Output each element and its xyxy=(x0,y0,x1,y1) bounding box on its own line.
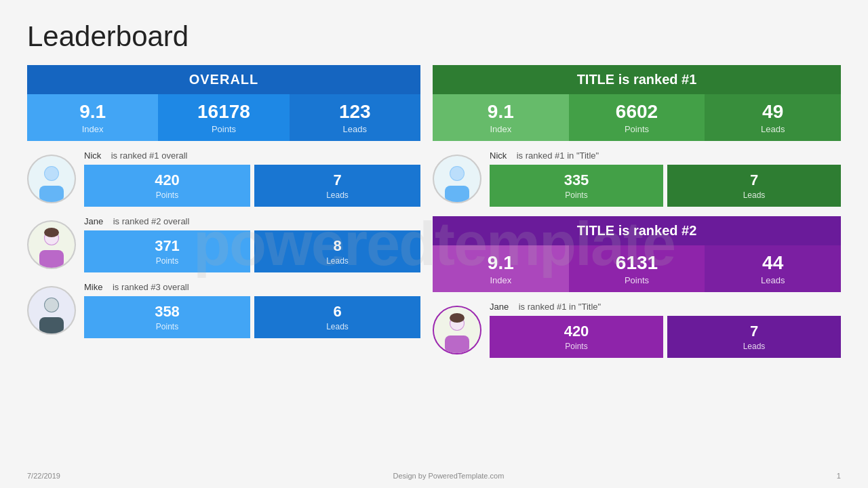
t2-points-label: Points xyxy=(625,275,649,285)
t1-index-value: 9.1 xyxy=(488,101,514,123)
person-row-t1-nick: Nick is ranked #1 in "Title" 335 Points … xyxy=(433,150,841,207)
person-info-mike: Mike is ranked #3 overall 358 Points 6 L… xyxy=(84,282,420,338)
nick-leads-box: 7 Leads xyxy=(254,165,420,207)
t2-points-box: 6131 Points xyxy=(569,245,705,292)
person-name-nick: Nick xyxy=(84,150,101,161)
t2-index-box: 9.1 Index xyxy=(433,245,569,292)
svg-point-3 xyxy=(45,167,58,180)
t2-jane-points-label: Points xyxy=(565,342,587,351)
jane-leads-label: Leads xyxy=(326,256,349,266)
person-row-mike: Mike is ranked #3 overall 358 Points 6 L… xyxy=(27,282,420,338)
svg-rect-4 xyxy=(39,186,64,202)
green-section: TITLE is ranked #1 9.1 Index 6602 Points… xyxy=(433,65,841,207)
t1-person-rank: is ranked #1 in "Title" xyxy=(517,150,599,161)
t1-index-box: 9.1 Index xyxy=(433,94,569,141)
svg-point-14 xyxy=(45,298,58,312)
jane-points-value: 371 xyxy=(155,237,180,255)
overall-points-value: 16178 xyxy=(197,101,250,123)
t1-person-name: Nick xyxy=(490,150,507,161)
t1-leads-box: 49 Leads xyxy=(705,94,841,141)
page-title: Leaderboard xyxy=(27,20,841,53)
overall-leads-value: 123 xyxy=(339,101,371,123)
person-name-row-mike: Mike is ranked #3 overall xyxy=(84,282,420,292)
footer-credit: Design by PoweredTemplate.com xyxy=(393,472,504,480)
t1-nick-leads-value: 7 xyxy=(750,171,758,189)
overall-points-box: 16178 Points xyxy=(158,94,289,141)
nick-leads-value: 7 xyxy=(333,171,341,189)
t1-nick-points-box: 335 Points xyxy=(490,165,663,207)
t2-jane-leads-label: Leads xyxy=(743,342,766,351)
avatar-t1-nick xyxy=(433,155,481,203)
person-stats-nick: 420 Points 7 Leads xyxy=(84,165,420,207)
nick-points-value: 420 xyxy=(155,171,180,189)
person-stats-jane: 371 Points 8 Leads xyxy=(84,230,420,272)
mike-leads-value: 6 xyxy=(333,303,341,321)
overall-index-label: Index xyxy=(82,124,104,134)
t1-nick-leads-box: 7 Leads xyxy=(667,165,841,207)
mike-leads-box: 6 Leads xyxy=(254,296,420,338)
avatar-nick xyxy=(27,155,76,203)
overall-index-value: 9.1 xyxy=(79,101,106,123)
t2-person-name: Jane xyxy=(490,302,509,312)
mike-points-label: Points xyxy=(156,322,178,331)
t2-jane-leads-value: 7 xyxy=(750,323,758,340)
svg-rect-20 xyxy=(445,186,469,202)
person-name-row-t1-nick: Nick is ranked #1 in "Title" xyxy=(490,150,841,161)
slide: poweredtemplate Leaderboard OVERALL 9.1 … xyxy=(0,0,868,488)
person-name-jane: Jane xyxy=(84,216,103,226)
nick-leads-label: Leads xyxy=(326,190,349,200)
t1-index-label: Index xyxy=(490,124,511,134)
svg-rect-25 xyxy=(445,336,469,353)
person-info-jane: Jane is ranked #2 overall 371 Points 8 L… xyxy=(84,216,420,272)
t2-jane-points-box: 420 Points xyxy=(490,316,663,358)
overall-header: OVERALL xyxy=(27,65,420,94)
nick-points-box: 420 Points xyxy=(84,165,250,207)
overall-leads-label: Leads xyxy=(343,124,367,134)
person-name-mike: Mike xyxy=(84,282,102,292)
person-row-jane: Jane is ranked #2 overall 371 Points 8 L… xyxy=(27,216,420,272)
purple-section: TITLE is ranked #2 9.1 Index 6131 Points… xyxy=(433,216,841,358)
overall-stats-row: 9.1 Index 16178 Points 123 Leads xyxy=(27,94,420,141)
t2-leads-value: 44 xyxy=(762,252,783,274)
avatar-mike xyxy=(27,286,76,335)
right-panel: TITLE is ranked #1 9.1 Index 6602 Points… xyxy=(433,65,841,358)
svg-rect-9 xyxy=(39,250,64,268)
t1-person-stats: 335 Points 7 Leads xyxy=(490,165,841,207)
mike-leads-label: Leads xyxy=(326,322,349,331)
person-row-nick: Nick is ranked #1 overall 420 Points 7 L… xyxy=(27,150,420,207)
nick-points-label: Points xyxy=(156,190,178,200)
t2-jane-leads-box: 7 Leads xyxy=(667,316,841,358)
person-rank-mike: is ranked #3 overall xyxy=(113,282,189,292)
t1-leads-value: 49 xyxy=(762,101,783,123)
t2-person-rank: is ranked #1 in "Title" xyxy=(519,302,601,312)
avatar-t2-jane xyxy=(433,306,481,354)
person-info-nick: Nick is ranked #1 overall 420 Points 7 L… xyxy=(84,150,420,207)
t2-points-value: 6131 xyxy=(616,252,658,274)
t2-leads-label: Leads xyxy=(761,275,785,285)
overall-index-box: 9.1 Index xyxy=(27,94,158,141)
overall-leads-box: 123 Leads xyxy=(290,94,420,141)
jane-leads-value: 8 xyxy=(333,237,341,255)
person-row-t2-jane: Jane is ranked #1 in "Title" 420 Points … xyxy=(433,302,841,358)
t1-points-value: 6602 xyxy=(616,101,658,123)
person-name-row-t2-jane: Jane is ranked #1 in "Title" xyxy=(490,302,841,312)
left-panel: OVERALL 9.1 Index 16178 Points 123 Leads xyxy=(27,65,420,358)
svg-point-19 xyxy=(450,167,464,180)
purple-header: TITLE is ranked #2 xyxy=(433,216,841,245)
t1-points-box: 6602 Points xyxy=(569,94,705,141)
t1-leads-label: Leads xyxy=(761,124,785,134)
person-rank-jane: is ranked #2 overall xyxy=(113,216,190,226)
t2-jane-points-value: 420 xyxy=(564,323,589,340)
t2-leads-box: 44 Leads xyxy=(705,245,841,292)
person-info-t1-nick: Nick is ranked #1 in "Title" 335 Points … xyxy=(490,150,841,207)
jane-leads-box: 8 Leads xyxy=(254,230,420,272)
person-name-row-nick: Nick is ranked #1 overall xyxy=(84,150,420,161)
mike-points-box: 358 Points xyxy=(84,296,250,338)
jane-points-label: Points xyxy=(156,256,178,266)
jane-points-box: 371 Points xyxy=(84,230,250,272)
svg-point-10 xyxy=(44,228,59,237)
purple-stats-row: 9.1 Index 6131 Points 44 Leads xyxy=(433,245,841,292)
t2-index-value: 9.1 xyxy=(488,252,514,274)
footer: 7/22/2019 Design by PoweredTemplate.com … xyxy=(0,472,868,480)
avatar-jane xyxy=(27,220,76,269)
